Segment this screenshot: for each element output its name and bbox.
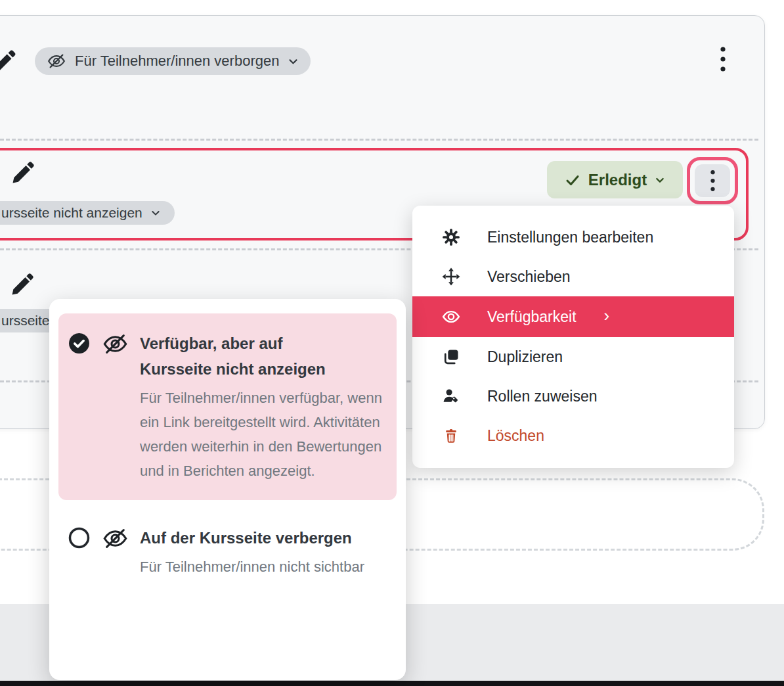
- availability-option-description: Für Teilnehmer/innen verfügbar, wenn ein…: [140, 386, 388, 483]
- menu-item-label: Löschen: [487, 427, 544, 445]
- availability-option-title: Auf der Kursseite verbergen: [140, 525, 358, 551]
- move-icon: [441, 267, 461, 286]
- course-page: Für Teilnehmer/innen verborgen ursseite …: [0, 0, 784, 686]
- copy-icon: [441, 347, 461, 367]
- edit-title-icon[interactable]: [0, 47, 18, 75]
- radio-selected-icon[interactable]: [68, 331, 91, 483]
- bottom-bar: [0, 681, 784, 686]
- completion-done-button[interactable]: Erledigt: [547, 161, 683, 198]
- visibility-badge-label: ursseite: [1, 313, 50, 329]
- submenu-arrow-icon: ›: [604, 307, 610, 324]
- chevron-down-icon: [150, 208, 161, 218]
- menu-item-duplicate[interactable]: Duplizieren: [412, 337, 734, 377]
- menu-item-label: Verschieben: [487, 268, 571, 286]
- menu-item-delete[interactable]: Löschen: [412, 416, 734, 455]
- edit-title-icon[interactable]: [11, 159, 38, 187]
- eye-slash-icon: [47, 51, 66, 71]
- check-icon: [565, 172, 580, 188]
- kebab-menu-icon[interactable]: [714, 43, 731, 75]
- menu-item-label: Rollen zuweisen: [487, 388, 597, 405]
- completion-done-label: Erledigt: [588, 171, 647, 189]
- menu-item-label: Verfügbarkeit: [487, 308, 577, 326]
- availability-option-title: Verfügbar, aber auf Kursseite nicht anze…: [140, 331, 358, 382]
- eye-icon: [441, 307, 461, 327]
- menu-item-label: Duplizieren: [487, 348, 563, 366]
- menu-item-label: Einstellungen bearbeiten: [487, 229, 653, 246]
- availability-option-description: Für Teilnehmer/innen nicht sichtbar: [140, 555, 388, 579]
- kebab-menu-icon[interactable]: [695, 164, 730, 197]
- availability-option-hide[interactable]: Auf der Kursseite verbergen Für Teilnehm…: [58, 525, 397, 579]
- focus-ring: [687, 157, 738, 204]
- availability-submenu: Verfügbar, aber auf Kursseite nicht anze…: [49, 299, 406, 680]
- chevron-down-icon: [655, 175, 665, 185]
- activity-separator: [0, 139, 758, 141]
- menu-item-edit-settings[interactable]: Einstellungen bearbeiten: [412, 217, 734, 257]
- availability-option-stealth[interactable]: Verfügbar, aber auf Kursseite nicht anze…: [58, 313, 397, 500]
- activity-context-menu: Einstellungen bearbeiten Verschieben: [412, 206, 734, 468]
- eye-slash-icon: [102, 525, 129, 579]
- visibility-badge-hidden[interactable]: Für Teilnehmer/innen verborgen: [35, 47, 311, 75]
- edit-title-icon[interactable]: [10, 271, 37, 298]
- radio-unselected-icon[interactable]: [68, 525, 91, 579]
- visibility-badge-label: Für Teilnehmer/innen verborgen: [75, 53, 279, 70]
- menu-item-availability[interactable]: Verfügbarkeit ›: [412, 296, 734, 337]
- visibility-badge-label: ursseite nicht anzeigen: [1, 205, 142, 221]
- menu-item-assign-roles[interactable]: Rollen zuweisen: [412, 377, 734, 416]
- user-roles-icon: [441, 386, 461, 406]
- gear-icon: [441, 227, 461, 247]
- visibility-badge-stealth[interactable]: ursseite nicht anzeigen: [0, 201, 175, 225]
- chevron-down-icon: [288, 56, 299, 67]
- menu-item-move[interactable]: Verschieben: [412, 257, 734, 296]
- trash-icon: [441, 426, 461, 446]
- eye-slash-icon: [102, 331, 129, 483]
